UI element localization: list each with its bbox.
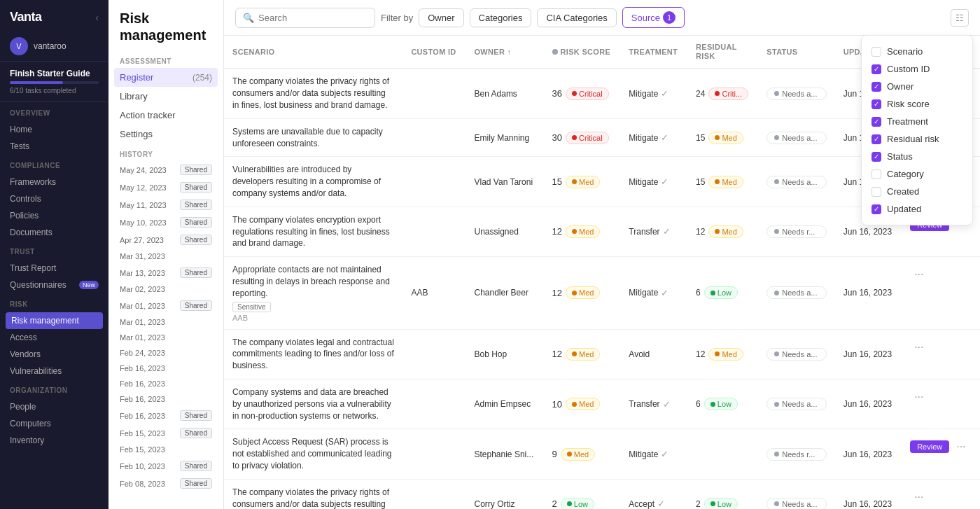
history-list-item[interactable]: Mar 13, 2023Shared [108,264,223,281]
sidebar-item-access[interactable]: Access [0,329,108,346]
history-list-item[interactable]: Mar 01, 2023 [108,314,223,330]
column-toggle-item[interactable]: ✓ Residual risk [872,130,962,148]
history-list-item[interactable]: Feb 08, 2023Shared [108,475,223,492]
more-options-button[interactable]: ··· [910,489,927,505]
history-list-item[interactable]: May 24, 2023Shared [108,161,223,179]
column-toggle-item[interactable]: ✓ Treatment [872,113,962,130]
search-input[interactable] [258,13,349,23]
column-toggle-item[interactable]: Scenario [872,43,962,60]
sidebar-item-questionnaires[interactable]: Questionnaires New [0,277,108,293]
owner-filter-button[interactable]: Owner [419,8,463,27]
sidebar-item-documents[interactable]: Documents [0,224,108,241]
col-owner[interactable]: OWNER ↑ [466,36,544,69]
nav-item-action-tracker[interactable]: Action tracker [108,106,223,125]
more-options-button[interactable]: ··· [910,267,927,282]
column-checkbox[interactable]: ✓ [872,82,881,92]
categories-filter-button[interactable]: Categories [470,8,532,27]
sidebar-item-people[interactable]: People [0,398,108,415]
residual-risk-cell: 2 Low [687,479,758,509]
history-list-item[interactable]: May 11, 2023Shared [108,196,223,214]
username: vantaroo [34,41,66,51]
history-list-item[interactable]: Feb 16, 2023 [108,361,223,376]
cia-categories-filter-button[interactable]: CIA Categories [537,8,616,27]
score-badge: Med [566,398,600,410]
column-checkbox[interactable]: ✓ [872,99,881,109]
history-list-item[interactable]: Feb 24, 2023 [108,345,223,361]
column-label: Custom ID [887,64,930,74]
more-options-button[interactable]: ··· [952,439,969,454]
nav-item-register[interactable]: Register (254) [114,68,218,87]
history-list-item[interactable]: Feb 16, 2023 [108,376,223,391]
status-badge: Needs a... [766,176,826,188]
scenario-cell: Vulnerabilities are introduced by develo… [224,157,402,207]
treatment-check-icon: ✓ [661,449,668,459]
history-list-item[interactable]: Feb 16, 2023 [108,391,223,407]
column-checkbox[interactable] [872,47,881,57]
status-dot-icon [774,402,779,407]
history-list-item[interactable]: Mar 02, 2023 [108,281,223,297]
treatment-cell: Mitigate ✓ [620,429,687,479]
column-checkbox[interactable]: ✓ [872,64,881,74]
treatment-label: Transfer [629,227,659,237]
history-date: Mar 13, 2023 [120,269,165,277]
score-dot-icon [572,351,577,356]
residual-risk-cell: 15 Med [687,157,758,207]
review-button[interactable]: Review [910,440,949,453]
sidebar-item-controls[interactable]: Controls [0,190,108,207]
sidebar-item-trust-report[interactable]: Trust Report [0,260,108,277]
search-box[interactable]: 🔍 [235,8,375,28]
user-profile[interactable]: V vantaroo [0,32,108,62]
column-toggle-item[interactable]: Category [872,165,962,183]
history-list-item[interactable]: Feb 16, 2023Shared [108,407,223,424]
sidebar-item-tests[interactable]: Tests [0,138,108,155]
history-list-item[interactable]: Feb 15, 2023 [108,442,223,457]
sidebar-item-inventory[interactable]: Inventory [0,432,108,449]
column-toggle-item[interactable]: ✓ Updated [872,200,962,218]
history-list-item[interactable]: Mar 01, 2023 [108,330,223,345]
column-checkbox[interactable]: ✓ [872,134,881,144]
column-toggle-item[interactable]: Created [872,183,962,200]
column-toggle-item[interactable]: ✓ Risk score [872,95,962,113]
column-label: Treatment [887,116,928,127]
sidebar-item-frameworks[interactable]: Frameworks [0,174,108,190]
column-toggle-item[interactable]: ✓ Status [872,148,962,165]
score-badge: Med [566,286,600,299]
more-options-button[interactable]: ··· [910,389,927,405]
collapse-sidebar-button[interactable]: ‹ [95,12,99,23]
sidebar-item-risk-management[interactable]: Risk management [6,312,103,329]
column-checkbox[interactable] [872,169,881,179]
column-toggle-item[interactable]: ✓ Owner [872,78,962,95]
sidebar-item-vendors[interactable]: Vendors [0,346,108,363]
treatment-cell: Mitigate ✓ [620,118,687,157]
sidebar-item-vulnerabilities[interactable]: Vulnerabilities [0,363,108,379]
source-filter-button[interactable]: Source 1 [622,7,685,28]
history-list-item[interactable]: Mar 01, 2023Shared [108,297,223,314]
column-checkbox[interactable]: ✓ [872,117,881,127]
scenario-cell: Company systems and data are breached by… [224,379,402,428]
history-list-item[interactable]: May 10, 2023Shared [108,214,223,231]
risk-score-cell: 12 Med [544,207,621,256]
risk-score-cell: 15 Med [544,157,621,207]
history-list-item[interactable]: Mar 31, 2023 [108,249,223,264]
column-checkbox[interactable]: ✓ [872,152,881,162]
history-date: May 11, 2023 [120,201,167,209]
grid-icon[interactable]: ☷ [951,9,969,27]
history-list-item[interactable]: Apr 27, 2023Shared [108,231,223,249]
table-row: Appropriate contacts are not maintained … [224,257,980,329]
nav-item-library[interactable]: Library [108,87,223,106]
column-checkbox[interactable]: ✓ [872,204,881,214]
status-dot-icon [774,291,779,295]
column-toggle-item[interactable]: ✓ Custom ID [872,60,962,78]
starter-guide[interactable]: Finish Starter Guide 6/10 tasks complete… [0,62,108,102]
treatment-label: Mitigate [629,133,658,143]
sidebar-item-computers[interactable]: Computers [0,415,108,432]
column-checkbox[interactable] [872,187,881,197]
history-list-item[interactable]: Feb 15, 2023Shared [108,424,223,442]
history-list-item[interactable]: May 12, 2023Shared [108,179,223,196]
more-options-button[interactable]: ··· [910,340,927,355]
sidebar-item-home[interactable]: Home [0,121,108,138]
sidebar-item-policies[interactable]: Policies [0,207,108,224]
history-list-item[interactable]: Feb 10, 2023Shared [108,457,223,475]
risk-score-cell: 12 Med [544,257,621,329]
nav-item-settings[interactable]: Settings [108,125,223,144]
